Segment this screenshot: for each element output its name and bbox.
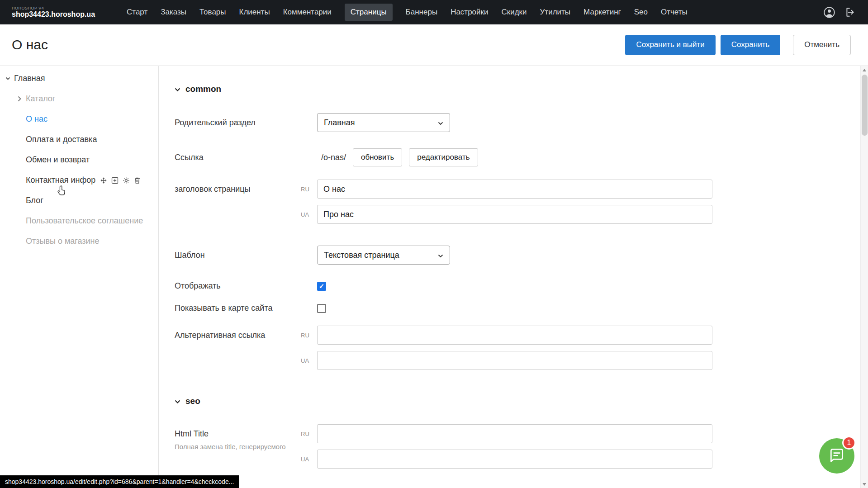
sidebar-item-main[interactable]: Главная xyxy=(0,68,158,89)
sidebar-item-label: Пользовательское соглашение xyxy=(26,216,143,226)
display-row: Отображать ✓ xyxy=(175,281,868,291)
nav-item-products[interactable]: Товары xyxy=(199,8,226,17)
sidebar-item-blog[interactable]: Блог xyxy=(0,190,158,211)
section-common[interactable]: common xyxy=(175,84,868,94)
page-title-ru-input[interactable] xyxy=(317,180,712,199)
field-hint: Полная замена title, генерируемого xyxy=(175,443,301,450)
sidebar-item-label: Главная xyxy=(14,74,45,83)
nav-item-pages[interactable]: Страницы xyxy=(345,4,393,21)
sidebar-item-contact-info[interactable]: Контактная инфор xyxy=(0,170,158,190)
add-page-icon[interactable] xyxy=(111,177,119,184)
scrollbar-thumb[interactable] xyxy=(862,75,868,136)
nav-item-comments[interactable]: Комментарии xyxy=(283,8,332,17)
nav-item-banners[interactable]: Баннеры xyxy=(406,8,438,17)
chevron-down-icon xyxy=(438,251,443,260)
sidebar-item-label: Блог xyxy=(26,196,43,205)
sidebar-item-about[interactable]: О нас xyxy=(0,109,158,129)
sidebar-item-payment-delivery[interactable]: Оплата и доставка xyxy=(0,129,158,150)
field-label: Альтернативная ссылка xyxy=(175,326,301,340)
sidebar-item-catalog[interactable]: Каталог xyxy=(0,89,158,109)
lang-row-ua: UA xyxy=(301,205,712,224)
lang-inputs: RU UA xyxy=(301,326,712,370)
logo-domain: shop34423.horoshop.ua xyxy=(12,10,95,19)
alt-link-ua-input[interactable] xyxy=(317,351,712,370)
check-icon: ✓ xyxy=(319,282,325,290)
user-account-icon[interactable] xyxy=(823,6,835,19)
sidebar-item-label: Обмен и возврат xyxy=(26,155,90,165)
nav-item-reports[interactable]: Отчеты xyxy=(661,8,688,17)
main-menu: Старт Заказы Товары Клиенты Комментарии … xyxy=(127,4,688,21)
lang-row-ua: UA xyxy=(301,450,712,469)
parent-section-select[interactable]: Главная xyxy=(317,113,450,132)
cancel-button[interactable]: Отменить xyxy=(793,35,851,55)
select-value: Главная xyxy=(324,118,355,128)
chevron-down-icon[interactable] xyxy=(5,77,10,81)
pages-tree-sidebar: Главная Каталог О нас Оплата и доставка … xyxy=(0,66,159,488)
page-header: О нас Сохранить и выйти Сохранить Отмени… xyxy=(0,24,868,66)
delete-trash-icon[interactable] xyxy=(134,177,141,184)
nav-item-start[interactable]: Старт xyxy=(127,8,147,17)
html-title-row: Html Title Полная замена title, генериру… xyxy=(175,424,868,469)
nav-item-marketing[interactable]: Маркетинг xyxy=(583,8,621,17)
section-title: seo xyxy=(185,396,200,406)
logout-icon[interactable] xyxy=(844,6,856,18)
triangle-up-icon xyxy=(863,69,866,71)
template-select[interactable]: Текстовая страница xyxy=(317,246,450,265)
lang-inputs: RU UA xyxy=(301,424,712,469)
display-checkbox[interactable]: ✓ xyxy=(317,282,326,291)
move-icon[interactable] xyxy=(100,177,107,184)
sitemap-checkbox[interactable] xyxy=(317,304,326,313)
chat-bubble-icon xyxy=(828,446,845,465)
html-title-ua-input[interactable] xyxy=(317,450,712,469)
lang-row-ua: UA xyxy=(301,351,712,370)
field-label: Родительский раздел xyxy=(175,118,317,128)
section-title: common xyxy=(185,84,221,94)
lang-badge-ru: RU xyxy=(301,431,317,437)
alt-link-ru-input[interactable] xyxy=(317,326,712,345)
section-seo[interactable]: seo xyxy=(175,396,868,406)
settings-gear-icon[interactable] xyxy=(123,177,130,184)
sidebar-item-user-agreement[interactable]: Пользовательское соглашение xyxy=(0,211,158,231)
sidebar-item-label: О нас xyxy=(26,114,47,124)
select-value: Текстовая страница xyxy=(324,251,399,260)
tree-item-tools xyxy=(100,177,141,184)
lang-badge-ru: RU xyxy=(301,186,317,193)
page-title: О нас xyxy=(12,37,48,52)
lang-inputs: RU UA xyxy=(301,180,712,224)
nav-item-utilities[interactable]: Утилиты xyxy=(540,8,571,17)
content: Главная Каталог О нас Оплата и доставка … xyxy=(0,66,868,488)
link-row: Ссылка /o-nas/ обновить редактировать xyxy=(175,148,868,166)
refresh-link-button[interactable]: обновить xyxy=(353,148,402,166)
logo[interactable]: HOROSHOP V4 shop34423.horoshop.ua xyxy=(12,6,95,19)
lang-badge-ua: UA xyxy=(301,211,317,218)
page-edit-form: common Родительский раздел Главная Ссылк… xyxy=(159,66,868,488)
save-and-exit-button[interactable]: Сохранить и выйти xyxy=(625,35,715,55)
scroll-down-arrow[interactable] xyxy=(861,480,868,488)
field-label: Шаблон xyxy=(175,251,317,260)
chat-launcher-button[interactable]: 1 xyxy=(819,438,854,474)
top-navigation: HOROSHOP V4 shop34423.horoshop.ua Старт … xyxy=(0,0,868,24)
nav-item-clients[interactable]: Клиенты xyxy=(239,8,270,17)
lang-badge-ru: RU xyxy=(301,332,317,339)
nav-item-seo[interactable]: Seo xyxy=(634,8,648,17)
nav-item-discounts[interactable]: Скидки xyxy=(501,8,526,17)
sidebar-item-label: Каталог xyxy=(26,94,55,104)
html-title-ru-input[interactable] xyxy=(317,424,712,443)
sidebar-item-label: Контактная инфор xyxy=(26,175,95,185)
save-button[interactable]: Сохранить xyxy=(721,35,780,55)
nav-item-settings[interactable]: Настройки xyxy=(451,8,488,17)
field-label: Показывать в карте сайта xyxy=(175,303,317,313)
edit-link-button[interactable]: редактировать xyxy=(409,148,478,166)
scroll-up-arrow[interactable] xyxy=(861,66,868,74)
nav-item-orders[interactable]: Заказы xyxy=(161,8,186,17)
chat-unread-badge: 1 xyxy=(842,436,856,450)
sidebar-item-store-reviews[interactable]: Отзывы о магазине xyxy=(0,231,158,251)
lang-row-ru: RU xyxy=(301,326,712,345)
vertical-scrollbar[interactable] xyxy=(860,66,868,488)
chevron-down-icon xyxy=(175,396,180,406)
page-title-ua-input[interactable] xyxy=(317,205,712,224)
sidebar-item-exchange-return[interactable]: Обмен и возврат xyxy=(0,150,158,170)
chevron-right-icon[interactable] xyxy=(17,96,22,102)
page-title-row: заголовок страницы RU UA xyxy=(175,180,868,224)
field-label-col: Html Title Полная замена title, генериру… xyxy=(175,424,301,450)
